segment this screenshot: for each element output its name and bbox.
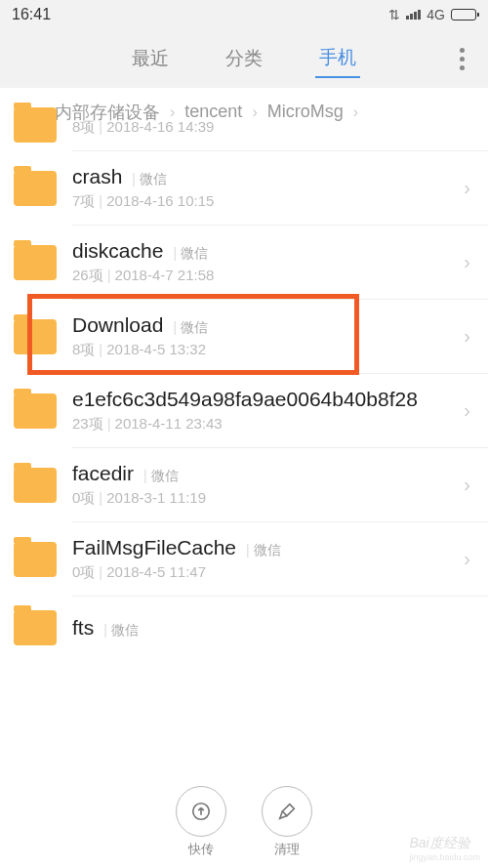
file-item[interactable]: crash微信7项|2018-4-16 10:15› (0, 151, 488, 225)
tab-bar: 最近 分类 手机 (0, 29, 488, 88)
file-tag: 微信 (173, 319, 208, 337)
folder-icon (14, 107, 57, 143)
file-item[interactable]: diskcache微信26项|2018-4-7 21:58› (0, 226, 488, 299)
file-name: FailMsgFileCache (72, 536, 236, 559)
file-item[interactable]: fts微信 (0, 597, 488, 645)
chevron-right-icon: › (464, 548, 470, 570)
tab-recent[interactable]: 最近 (128, 40, 173, 77)
folder-icon (14, 171, 57, 206)
file-name: Download (72, 313, 163, 337)
tab-phone[interactable]: 手机 (315, 39, 360, 78)
battery-icon (451, 9, 476, 21)
broom-icon (262, 786, 312, 837)
file-item[interactable]: 8项|2018-4-16 14:39 (0, 107, 488, 150)
network-label: 4G (427, 7, 445, 22)
chevron-right-icon: › (464, 177, 470, 199)
file-info: diskcache微信26项|2018-4-7 21:58 (72, 239, 448, 285)
file-meta: 26项|2018-4-7 21:58 (72, 267, 448, 285)
signal-icon (406, 10, 421, 20)
file-item[interactable]: Download微信8项|2018-4-5 13:32› (0, 300, 488, 373)
folder-icon (14, 245, 57, 280)
file-info: e1efc6c3d549a98fa9ae0064b40b8f2823项|2018… (72, 388, 448, 434)
file-item[interactable]: FailMsgFileCache微信0项|2018-4-5 11:47› (0, 522, 488, 596)
folder-icon (14, 468, 57, 503)
fab-transfer-label: 快传 (188, 841, 214, 858)
more-menu-icon[interactable] (460, 48, 465, 70)
fab-transfer[interactable]: 快传 (176, 786, 226, 858)
file-meta: 0项|2018-4-5 11:47 (72, 563, 448, 582)
file-meta: 8项|2018-4-5 13:32 (72, 341, 448, 359)
file-info: FailMsgFileCache微信0项|2018-4-5 11:47 (72, 536, 448, 582)
data-arrows-icon: ⇅ (388, 7, 400, 22)
fab-clean-label: 清理 (274, 841, 300, 858)
file-list: 8项|2018-4-16 14:39crash微信7项|2018-4-16 10… (0, 107, 488, 645)
folder-icon (14, 542, 57, 577)
status-bar: 16:41 ⇅ 4G (0, 0, 488, 29)
file-name: e1efc6c3d549a98fa9ae0064b40b8f28 (72, 388, 418, 411)
watermark: Bai度经验 jingyan.baidu.com (409, 835, 480, 862)
file-meta: 0项|2018-3-1 11:19 (72, 489, 448, 508)
file-tag: 微信 (246, 542, 281, 559)
status-time: 16:41 (12, 6, 388, 23)
file-tag: 微信 (173, 245, 208, 263)
file-name: diskcache (72, 239, 163, 263)
tab-category[interactable]: 分类 (222, 40, 266, 77)
chevron-right-icon: › (464, 474, 470, 496)
file-info: fts微信 (72, 616, 470, 640)
chevron-right-icon: › (464, 251, 470, 273)
folder-icon (14, 610, 57, 645)
chevron-right-icon: › (464, 325, 470, 348)
folder-icon (14, 319, 57, 354)
file-meta: 23项|2018-4-11 23:43 (72, 415, 448, 434)
file-tag: 微信 (143, 468, 179, 485)
file-meta: 7项|2018-4-16 10:15 (72, 192, 448, 211)
file-item[interactable]: facedir微信0项|2018-3-1 11:19› (0, 448, 488, 521)
file-name: crash (72, 165, 122, 188)
file-info: 8项|2018-4-16 14:39 (72, 114, 470, 137)
fab-clean[interactable]: 清理 (262, 786, 312, 858)
file-item[interactable]: e1efc6c3d549a98fa9ae0064b40b8f2823项|2018… (0, 374, 488, 447)
file-info: facedir微信0项|2018-3-1 11:19 (72, 462, 448, 508)
folder-icon (14, 393, 57, 429)
file-info: crash微信7项|2018-4-16 10:15 (72, 165, 448, 211)
file-meta: 8项|2018-4-16 14:39 (72, 118, 470, 137)
file-tag: 微信 (103, 622, 139, 640)
transfer-icon (176, 786, 226, 837)
file-tag: 微信 (132, 171, 167, 188)
file-name: facedir (72, 462, 134, 485)
file-info: Download微信8项|2018-4-5 13:32 (72, 313, 448, 359)
file-name: fts (72, 616, 94, 640)
chevron-right-icon: › (464, 399, 470, 422)
